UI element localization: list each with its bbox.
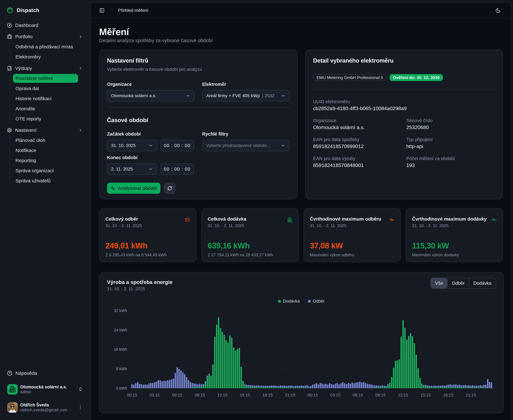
svg-text:18:15: 18:15 xyxy=(262,393,273,398)
svg-text:12:15: 12:15 xyxy=(217,393,227,398)
svg-text:8 kWh: 8 kWh xyxy=(116,367,127,371)
svg-text:06:15: 06:15 xyxy=(172,393,182,398)
svg-text:16 kWh: 16 kWh xyxy=(114,347,127,352)
svg-text:03:15: 03:15 xyxy=(150,393,160,398)
svg-text:24 kWh: 24 kWh xyxy=(114,328,127,332)
svg-text:00:15: 00:15 xyxy=(308,393,318,398)
svg-text:12:15: 12:15 xyxy=(398,393,408,398)
svg-text:0 kWh: 0 kWh xyxy=(116,386,127,390)
svg-text:09:15: 09:15 xyxy=(195,393,205,398)
svg-text:03:15: 03:15 xyxy=(330,393,340,398)
svg-text:09:15: 09:15 xyxy=(375,393,386,398)
svg-text:06:15: 06:15 xyxy=(353,393,363,398)
svg-text:32 kWh: 32 kWh xyxy=(114,308,127,313)
svg-text:21:15: 21:15 xyxy=(285,393,295,398)
svg-text:00:15: 00:15 xyxy=(127,393,137,398)
svg-text:18:15: 18:15 xyxy=(443,393,453,398)
svg-text:21:15: 21:15 xyxy=(466,393,476,398)
svg-text:15:15: 15:15 xyxy=(421,393,431,398)
svg-text:15:15: 15:15 xyxy=(240,393,250,398)
